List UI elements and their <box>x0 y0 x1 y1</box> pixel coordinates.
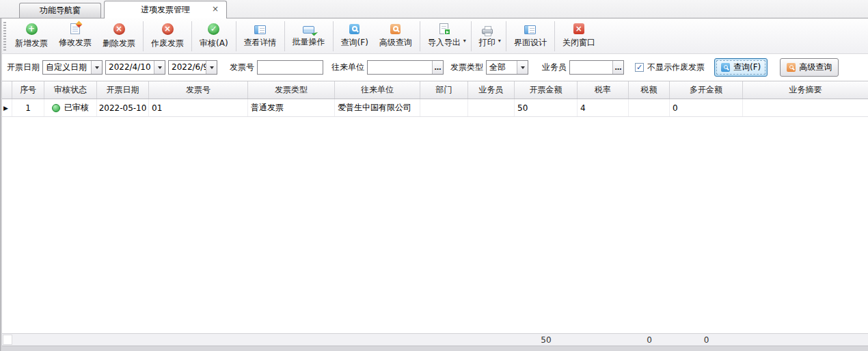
invoice-no-input[interactable] <box>258 61 323 74</box>
hide-void-checkbox[interactable]: ✓ <box>635 63 644 72</box>
import-export-button[interactable]: 导入导出 <box>422 21 466 52</box>
printer-icon <box>482 29 493 34</box>
toolbar-separator <box>143 21 144 51</box>
chevron-down-icon[interactable] <box>206 61 217 74</box>
cell-invoice-no[interactable]: 01 <box>149 99 248 116</box>
view-details-button[interactable]: 查看详情 <box>239 21 282 52</box>
salesman-input[interactable] <box>570 61 612 74</box>
cell-summary[interactable] <box>743 99 868 116</box>
search-icon <box>349 24 360 34</box>
print-dropdown-icon[interactable]: ▾ <box>498 38 501 44</box>
row-indicator-icon: ▶ <box>3 105 8 112</box>
tab-function-navigation[interactable]: 功能导航窗 <box>19 3 101 18</box>
header-invoice-no[interactable]: 发票号 <box>149 81 248 99</box>
toolbar-separator <box>191 21 192 51</box>
cell-invoice-type[interactable]: 普通发票 <box>248 99 335 116</box>
cell-department[interactable] <box>420 99 468 116</box>
header-summary[interactable]: 业务摘要 <box>743 81 868 99</box>
advanced-query-button[interactable]: 高级查询 <box>374 21 418 52</box>
toolbar-separator <box>506 21 506 51</box>
query-button[interactable]: 查询(F) <box>336 21 374 52</box>
close-window-button[interactable]: × 关闭窗口 <box>557 21 601 52</box>
toolbar-separator <box>471 21 472 51</box>
footer-amount-total: 50 <box>515 334 578 346</box>
close-window-icon: × <box>573 23 584 34</box>
header-amount[interactable]: 开票金额 <box>515 81 578 99</box>
search-icon <box>721 63 730 72</box>
header-status[interactable]: 审核状态 <box>44 81 97 99</box>
filter-advanced-query-button[interactable]: 高级查询 <box>780 58 839 77</box>
chevron-down-icon[interactable] <box>91 61 102 74</box>
partner-input-wrap: … <box>367 60 444 75</box>
footer-indicator-cell <box>3 335 12 345</box>
header-tax-amount[interactable]: 税额 <box>629 81 670 99</box>
approve-button[interactable]: ✓ 审核(A) <box>194 21 234 52</box>
date-from-select[interactable]: 2022/4/10 <box>105 60 165 75</box>
date-to-select[interactable]: 2022/6/9 <box>168 60 217 75</box>
chevron-down-icon[interactable] <box>517 61 528 74</box>
filter-bar: 开票日期 自定义日期 2022/4/10 2022/6/9 发票号 往来单位 …… <box>0 54 868 80</box>
table-row[interactable]: ▶ 1 已审核 2022-05-10 01 普通发票 爱普生中国有限公司 50 … <box>0 99 868 117</box>
salesman-lookup-button[interactable]: … <box>612 61 623 74</box>
filter-query-button[interactable]: 查询(F) <box>714 58 768 77</box>
cell-seq[interactable]: 1 <box>12 99 44 116</box>
tab-label: 进项发票管理 <box>141 4 190 16</box>
invoice-no-label: 发票号 <box>230 62 254 73</box>
cell-extra-amount[interactable]: 0 <box>670 99 743 116</box>
ui-design-icon <box>524 25 536 34</box>
invoice-type-label: 发票类型 <box>450 62 483 73</box>
cell-invoice-date[interactable]: 2022-05-10 <box>97 99 149 116</box>
cell-tax-rate[interactable]: 4 <box>578 99 629 116</box>
cell-amount[interactable]: 50 <box>515 99 578 116</box>
date-range-type-select[interactable]: 自定义日期 <box>42 60 103 75</box>
invoice-type-select[interactable]: 全部 <box>486 60 528 75</box>
horizontal-scrollbar[interactable] <box>0 346 868 351</box>
cell-status[interactable]: 已审核 <box>44 99 97 116</box>
tab-label: 功能导航窗 <box>40 5 81 16</box>
header-department[interactable]: 部门 <box>420 81 468 99</box>
invoice-grid: 序号 审核状态 开票日期 发票号 发票类型 往来单位 部门 业务员 开票金额 税… <box>0 81 868 351</box>
edit-icon <box>70 23 80 34</box>
header-partner[interactable]: 往来单位 <box>335 81 420 99</box>
toolbar: + 新增发票 修改发票 × 删除发票 × 作废发票 ✓ 审核(A) 查看详情 <box>0 18 868 54</box>
cell-partner[interactable]: 爱普生中国有限公司 <box>335 99 420 116</box>
toolbar-separator <box>554 21 555 51</box>
delete-invoice-button[interactable]: × 删除发票 <box>97 21 141 52</box>
salesman-label: 业务员 <box>542 62 567 73</box>
add-invoice-button[interactable]: + 新增发票 <box>10 21 53 52</box>
partner-label: 往来单位 <box>331 62 364 73</box>
cell-tax-amount[interactable] <box>629 99 670 116</box>
cell-salesman[interactable] <box>468 99 515 116</box>
batch-operation-button[interactable]: 批量操作 <box>287 21 331 52</box>
status-approved-icon <box>52 104 60 112</box>
header-seq[interactable]: 序号 <box>12 81 44 99</box>
import-export-dropdown-icon[interactable]: ▾ <box>463 38 466 44</box>
void-invoice-button[interactable]: × 作废发票 <box>146 21 189 52</box>
partner-input[interactable] <box>368 61 432 74</box>
chevron-down-icon[interactable] <box>154 61 165 74</box>
footer-extra-amount-total: 0 <box>670 334 743 346</box>
tab-bar: 功能导航窗 进项发票管理 × <box>0 0 868 18</box>
tab-input-invoice-management[interactable]: 进项发票管理 × <box>104 1 227 18</box>
ui-design-button[interactable]: 界面设计 <box>508 21 552 52</box>
batch-operation-icon <box>303 26 314 34</box>
header-invoice-date[interactable]: 开票日期 <box>97 81 149 99</box>
header-extra-amount[interactable]: 多开金额 <box>670 81 743 99</box>
partner-lookup-button[interactable]: … <box>432 61 443 74</box>
void-icon: × <box>162 23 174 35</box>
toolbar-separator <box>284 21 285 51</box>
hide-void-label: 不显示作废发票 <box>647 62 705 73</box>
window-left-edge <box>0 18 2 351</box>
toolbar-grip-handle[interactable] <box>3 22 6 51</box>
delete-icon: × <box>113 23 125 35</box>
close-tab-icon[interactable]: × <box>212 5 219 13</box>
add-icon: + <box>26 23 38 35</box>
header-invoice-type[interactable]: 发票类型 <box>248 81 335 99</box>
toolbar-separator <box>420 21 420 51</box>
print-button[interactable]: 打印 <box>474 21 501 52</box>
footer-tax-amount-total: 0 <box>629 334 670 346</box>
view-details-icon <box>254 25 266 34</box>
edit-invoice-button[interactable]: 修改发票 <box>53 21 97 52</box>
header-tax-rate[interactable]: 税率 <box>578 81 629 99</box>
header-salesman[interactable]: 业务员 <box>468 81 515 99</box>
